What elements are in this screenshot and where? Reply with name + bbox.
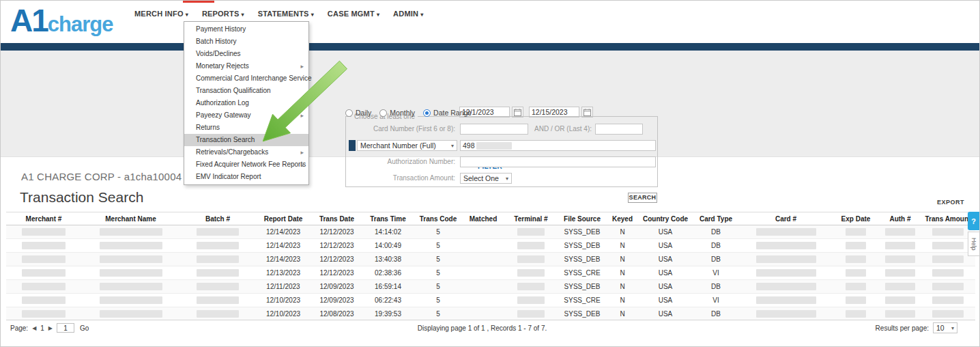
table-cell: 14:14:02 — [362, 225, 414, 239]
nav-item-admin[interactable]: ADMIN▾ — [393, 10, 423, 18]
table-cell — [740, 225, 832, 239]
table-cell: USA — [639, 225, 692, 239]
nav-item-merch-info[interactable]: MERCH INFO▾ — [134, 10, 188, 18]
column-header-trans-code[interactable]: Trans Code — [414, 212, 463, 225]
column-header-matched[interactable]: Matched — [463, 212, 504, 225]
menu-item-retrievals-chargebacks[interactable]: Retrievals/Chargebacks▸ — [184, 146, 308, 158]
menu-item-returns[interactable]: Returns — [184, 122, 308, 134]
prev-page-button[interactable]: ◀ — [32, 325, 36, 331]
column-header-keyed[interactable]: Keyed — [606, 212, 639, 225]
page-input[interactable] — [57, 323, 74, 333]
table-row[interactable]: 12/10/202312/09/202306:22:435SYSS_CRENUS… — [6, 294, 975, 307]
menu-item-label: Monetary Rejects — [196, 62, 249, 70]
table-cell — [81, 239, 180, 253]
table-cell: 12/11/2023 — [255, 280, 311, 294]
card-number-input[interactable] — [460, 124, 528, 135]
menu-item-transaction-qualification[interactable]: Transaction Qualification — [184, 85, 308, 97]
column-header-exp-date[interactable]: Exp Date — [832, 212, 880, 225]
radio-monthly[interactable]: Monthly — [379, 109, 415, 117]
table-cell: N — [606, 239, 639, 253]
column-header-batch[interactable]: Batch # — [180, 212, 255, 225]
menu-item-label: Commercial Card Interchange Service — [196, 74, 312, 82]
merchant-number-select[interactable]: Merchant Number (Full) ▾ — [357, 140, 457, 151]
menu-item-payment-history[interactable]: Payment History — [184, 23, 308, 36]
redacted-cell — [100, 269, 162, 277]
redacted-cell — [197, 296, 239, 304]
menu-item-monetary-rejects[interactable]: Monetary Rejects▸ — [184, 60, 308, 72]
column-header-trans-time[interactable]: Trans Time — [362, 212, 414, 225]
menu-item-label: Voids/Declines — [196, 50, 241, 57]
table-row[interactable]: 12/14/202312/12/202314:00:495SYSS_DEBNUS… — [6, 239, 975, 253]
page: A1charge MERCH INFO▾REPORTS▾STATEMENTS▾C… — [0, 0, 980, 347]
menu-item-emv-indicator-report[interactable]: EMV Indicator Report — [184, 171, 308, 183]
results-per-page-select[interactable]: 10 ▾ — [933, 322, 957, 333]
table-cell — [921, 266, 975, 280]
nav-item-statements[interactable]: STATEMENTS▾ — [258, 10, 314, 18]
radio-daily[interactable]: Daily — [345, 109, 371, 117]
last4-input[interactable] — [595, 124, 643, 135]
column-header-file-source[interactable]: File Source — [558, 212, 606, 225]
redacted-cell — [885, 296, 915, 304]
next-page-button[interactable]: ▶ — [48, 325, 53, 331]
table-cell — [832, 307, 880, 321]
redacted-cell — [846, 242, 866, 249]
table-cell: SYSS_CRE — [558, 266, 606, 280]
search-button[interactable]: SEARCH — [628, 193, 657, 203]
help-label-tab[interactable]: Help — [968, 232, 979, 256]
column-header-terminal[interactable]: Terminal # — [504, 212, 558, 225]
app-logo[interactable]: A1charge — [10, 2, 113, 39]
table-cell: N — [606, 225, 639, 239]
table-cell: SYSS_DEB — [558, 307, 606, 321]
menu-item-authorization-log[interactable]: Authorization Log▸ — [184, 97, 308, 109]
redacted-cell — [932, 242, 964, 249]
menu-item-fixed-acquirer-network-fee-reports[interactable]: Fixed Acquirer Network Fee Reports▸ — [184, 158, 308, 171]
redacted-cell — [22, 283, 66, 290]
radio-date-range[interactable]: Date Range — [423, 109, 472, 117]
trans-amount-select[interactable]: Select One ▾ — [460, 173, 512, 184]
redacted-cell — [756, 242, 816, 249]
export-link[interactable]: EXPORT — [937, 199, 964, 206]
submenu-arrow-icon: ▸ — [300, 97, 304, 109]
merchant-number-input[interactable]: 498 — [460, 140, 656, 151]
column-header-card[interactable]: Card # — [740, 212, 832, 225]
table-cell — [180, 307, 255, 321]
table-row[interactable]: 12/10/202312/08/202319:39:535SYSS_DEBNUS… — [6, 307, 975, 321]
redacted-cell — [885, 283, 915, 290]
table-row[interactable]: 12/11/202312/09/202316:59:145SYSS_DEBNUS… — [6, 280, 975, 294]
auth-number-label: Authorization Number: — [346, 156, 455, 167]
table-cell — [180, 266, 255, 280]
table-cell — [921, 253, 975, 266]
go-button[interactable]: Go — [80, 324, 89, 332]
table-cell — [832, 239, 880, 253]
column-header-auth[interactable]: Auth # — [880, 212, 921, 225]
submenu-arrow-icon: ▸ — [300, 146, 304, 158]
redacted-cell — [932, 296, 964, 304]
merchant-select-value: Merchant Number (Full) — [360, 141, 436, 150]
table-row[interactable]: 12/14/202312/12/202314:14:025SYSS_DEBNUS… — [6, 225, 975, 239]
table-row[interactable]: 12/13/202312/12/202302:38:365SYSS_CRENUS… — [6, 266, 975, 280]
auth-number-input[interactable] — [460, 156, 656, 167]
column-header-report-date[interactable]: Report Date — [255, 212, 311, 225]
column-header-merchant-name[interactable]: Merchant Name — [81, 212, 180, 225]
column-header-merchant[interactable]: Merchant # — [6, 212, 81, 225]
column-header-trans-date[interactable]: Trans Date — [311, 212, 362, 225]
column-header-card-type[interactable]: Card Type — [692, 212, 740, 225]
table-cell — [81, 225, 180, 239]
redacted-cell — [197, 283, 239, 290]
table-cell: N — [606, 266, 639, 280]
menu-item-payeezy-gateway[interactable]: Payeezy Gateway▸ — [184, 109, 308, 122]
chevron-down-icon: ▾ — [451, 143, 454, 149]
table-cell: SYSS_DEB — [558, 280, 606, 294]
column-header-country-code[interactable]: Country Code — [639, 212, 692, 225]
table-cell: 12/09/2023 — [311, 294, 362, 307]
menu-item-transaction-search[interactable]: Transaction Search — [184, 134, 308, 146]
column-header-trans-amount[interactable]: Trans Amount — [921, 212, 975, 225]
table-cell — [81, 280, 180, 294]
nav-item-case-mgmt[interactable]: CASE MGMT▾ — [328, 10, 379, 18]
table-row[interactable]: 12/14/202312/12/202313:40:385SYSS_DEBNUS… — [6, 253, 975, 266]
help-icon-tab[interactable]: ? — [968, 212, 979, 230]
menu-item-commercial-card-interchange-service[interactable]: Commercial Card Interchange Service — [184, 72, 308, 85]
menu-item-batch-history[interactable]: Batch History — [184, 36, 308, 48]
nav-item-reports[interactable]: REPORTS▾ — [202, 10, 244, 18]
menu-item-voids-declines[interactable]: Voids/Declines — [184, 48, 308, 60]
